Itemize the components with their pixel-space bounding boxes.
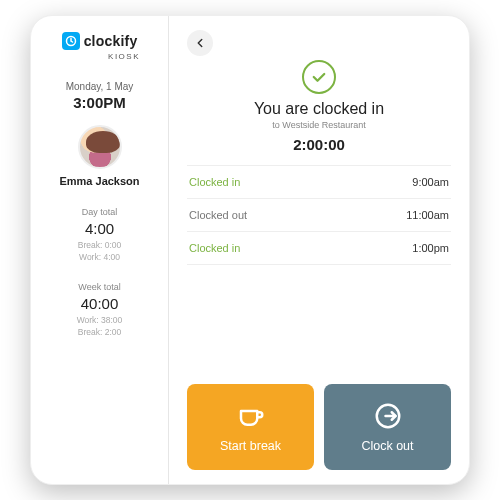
activity-log: Clocked in 9:00am Clocked out 11:00am Cl… bbox=[187, 165, 451, 265]
week-total-block: Week total 40:00 Work: 38:00 Break: 2:00 bbox=[77, 282, 123, 339]
week-total-value: 40:00 bbox=[77, 295, 123, 312]
log-time: 11:00am bbox=[406, 209, 449, 221]
log-time: 1:00pm bbox=[412, 242, 449, 254]
brand-name: clockify bbox=[84, 33, 138, 49]
log-row: Clocked in 9:00am bbox=[187, 166, 451, 199]
current-time: 3:00PM bbox=[73, 94, 126, 111]
day-total-value: 4:00 bbox=[78, 220, 121, 237]
brand-logo: clockify bbox=[62, 32, 138, 50]
day-break-line: Break: 0:00 bbox=[78, 240, 121, 252]
week-total-label: Week total bbox=[77, 282, 123, 292]
status-check-icon bbox=[302, 60, 336, 94]
start-break-button[interactable]: Start break bbox=[187, 384, 314, 470]
back-button[interactable] bbox=[187, 30, 213, 56]
log-label: Clocked out bbox=[189, 209, 247, 221]
day-total-block: Day total 4:00 Break: 0:00 Work: 4:00 bbox=[78, 207, 121, 264]
clock-out-button[interactable]: Clock out bbox=[324, 384, 451, 470]
status-area: You are clocked in to Westside Restauran… bbox=[187, 60, 451, 153]
status-title: You are clocked in bbox=[187, 100, 451, 118]
cup-icon bbox=[236, 401, 266, 431]
action-bar: Start break Clock out bbox=[187, 384, 451, 470]
current-date: Monday, 1 May bbox=[66, 81, 134, 92]
log-label: Clocked in bbox=[189, 242, 240, 254]
main-panel: You are clocked in to Westside Restauran… bbox=[169, 16, 469, 484]
clockify-logo-icon bbox=[62, 32, 80, 50]
log-time: 9:00am bbox=[412, 176, 449, 188]
day-total-label: Day total bbox=[78, 207, 121, 217]
log-row: Clocked in 1:00pm bbox=[187, 232, 451, 265]
sidebar: clockify KIOSK Monday, 1 May 3:00PM Emma… bbox=[31, 16, 169, 484]
user-name: Emma Jackson bbox=[59, 175, 139, 187]
day-work-line: Work: 4:00 bbox=[78, 252, 121, 264]
week-work-line: Work: 38:00 bbox=[77, 315, 123, 327]
log-row: Clocked out 11:00am bbox=[187, 199, 451, 232]
brand-subtitle: KIOSK bbox=[108, 52, 140, 61]
start-break-label: Start break bbox=[220, 439, 281, 453]
user-avatar[interactable] bbox=[78, 125, 122, 169]
kiosk-device-frame: clockify KIOSK Monday, 1 May 3:00PM Emma… bbox=[30, 15, 470, 485]
elapsed-time: 2:00:00 bbox=[187, 136, 451, 153]
clock-out-icon bbox=[373, 401, 403, 431]
arrow-left-icon bbox=[193, 36, 207, 50]
status-location: to Westside Restaurant bbox=[187, 120, 451, 130]
log-label: Clocked in bbox=[189, 176, 240, 188]
clock-out-label: Clock out bbox=[361, 439, 413, 453]
week-break-line: Break: 2:00 bbox=[77, 327, 123, 339]
